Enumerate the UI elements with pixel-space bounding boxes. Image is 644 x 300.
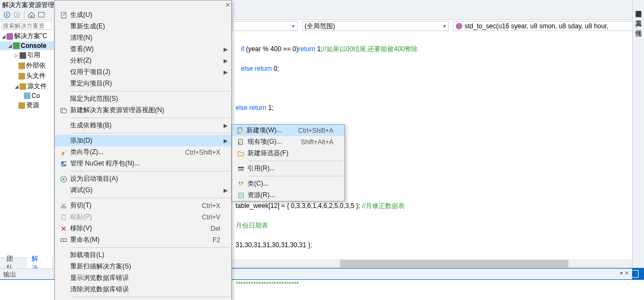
left-panel-tabs: 团队… 解决… xyxy=(0,258,54,268)
menu-label: 清除浏览数据库错误 xyxy=(70,285,220,294)
menu-item[interactable]: 新建解决方案资源管理器视图(N) xyxy=(55,105,231,116)
forward-icon[interactable] xyxy=(13,11,21,19)
filter-icon xyxy=(234,150,247,157)
home-icon[interactable] xyxy=(28,11,35,19)
menu-item[interactable]: 新建筛选器(F) xyxy=(232,148,344,159)
submenu-arrow-icon: ▶ xyxy=(224,58,228,64)
menu-label: 类(C)... xyxy=(247,179,333,188)
menu-label: 仅用于项目(J) xyxy=(70,68,220,77)
solution-explorer-title: 解决方案资源管理 xyxy=(2,1,54,10)
project-context-menu[interactable]: ✕ 生成(U)重新生成(E)清理(N)查看(W)▶分析(Z)▶仅用于项目(J)▶… xyxy=(54,0,232,300)
tree-item-sources[interactable]: ◢源文件 xyxy=(0,81,54,91)
submenu-arrow-icon: ▶ xyxy=(224,46,228,52)
menu-item[interactable]: 资源(R)... xyxy=(232,189,344,201)
menu-item[interactable]: 生成依赖项(B)▶ xyxy=(55,120,231,131)
paste-icon xyxy=(57,213,70,221)
horizontal-scrollbar[interactable] xyxy=(231,259,635,268)
menu-item[interactable]: 生成(U) xyxy=(55,9,231,21)
menu-shortcut: Ctrl+Shift+X xyxy=(185,149,220,156)
tree-item-external[interactable]: 外部依 xyxy=(0,60,54,71)
function-combo[interactable]: std_to_sec(u16 syear, u8 smon, u8 sday, … xyxy=(453,21,643,31)
menu-item[interactable]: 新建项(W)...Ctrl+Shift+A xyxy=(232,125,344,136)
back-icon[interactable] xyxy=(3,11,11,19)
tree-project-console[interactable]: ◢Console xyxy=(0,41,54,50)
menu-item[interactable]: 类向导(Z)...Ctrl+Shift+X xyxy=(55,146,231,158)
menu-label: 生成(U) xyxy=(70,10,220,20)
menu-label: 新建解决方案资源管理器视图(N) xyxy=(70,106,220,115)
class-icon xyxy=(234,180,247,188)
scope-combo-small[interactable]: ▾ xyxy=(232,21,298,31)
menu-item[interactable]: 仅用于项目(J)▶ xyxy=(55,66,231,78)
vtab-properties[interactable]: 属性 xyxy=(633,23,644,27)
svg-rect-22 xyxy=(238,169,244,170)
menu-shortcut: Ctrl+X xyxy=(202,202,220,210)
menu-item[interactable]: 查看(W)▶ xyxy=(55,44,231,55)
menu-item[interactable]: 剪切(T)Ctrl+X xyxy=(55,200,231,211)
menu-item[interactable]: 重定向项目(R) xyxy=(55,78,231,89)
tree-item-headers[interactable]: 头文件 xyxy=(0,71,54,81)
new-view-icon xyxy=(57,107,70,114)
svg-point-6 xyxy=(65,150,66,151)
tree-item-references[interactable]: ▷引用 xyxy=(0,50,54,60)
submenu-arrow-icon: ▶ xyxy=(224,69,228,75)
menu-item[interactable]: 限定为此范围(S) xyxy=(55,93,231,105)
menu-item[interactable]: 重新生成(E) xyxy=(55,21,231,32)
menu-item[interactable]: 重命名(M)F2 xyxy=(55,234,231,246)
search-solution-input[interactable] xyxy=(1,21,52,30)
tree-item-resources[interactable]: 资源 xyxy=(0,100,54,111)
menu-label: 限定为此范围(S) xyxy=(70,94,220,103)
context-menu-close-icon[interactable]: ✕ xyxy=(225,2,230,9)
svg-point-26 xyxy=(239,194,240,195)
menu-shortcut: Ctrl+V xyxy=(202,213,220,221)
vtab-server-explorer[interactable]: 服务器资源管理器 xyxy=(633,3,644,8)
submenu-arrow-icon: ▶ xyxy=(224,138,228,144)
solution-explorer-panel: ◢解决方案"C ◢Console ▷引用 外部依 头文件 ◢源文件 Co 资源 xyxy=(0,20,54,268)
menu-label: 生成依赖项(B) xyxy=(70,121,220,130)
menu-item[interactable]: 重新扫描解决方案(S) xyxy=(55,261,231,272)
startup-icon xyxy=(57,175,70,183)
menu-label: 重命名(M) xyxy=(70,235,196,244)
menu-item[interactable]: 移除(V)Del xyxy=(55,223,231,234)
ref-icon xyxy=(234,165,247,173)
menu-item[interactable]: 卸载项目(L) xyxy=(55,249,231,261)
menu-shortcut: F2 xyxy=(213,236,220,244)
menu-item[interactable]: 显示浏览数据库错误 xyxy=(55,272,231,284)
rename-icon xyxy=(57,236,70,244)
tree-solution-root[interactable]: ◢解决方案"C xyxy=(0,31,54,41)
menu-label: 设为启动项目(A) xyxy=(70,174,220,183)
menu-item[interactable]: 管理 NuGet 程序包(N)... xyxy=(55,158,231,169)
svg-point-23 xyxy=(239,181,241,183)
menu-item[interactable]: 清理(N) xyxy=(55,32,231,44)
menu-label: 剪切(T) xyxy=(70,201,185,210)
wizard-icon xyxy=(57,149,70,156)
menu-label: 显示浏览数据库错误 xyxy=(70,273,220,283)
menu-item[interactable]: 分析(Z)▶ xyxy=(55,55,231,66)
scope-combo[interactable]: (全局范围)▾ xyxy=(302,21,449,31)
solution-tree[interactable]: ◢解决方案"C ◢Console ▷引用 外部依 头文件 ◢源文件 Co 资源 xyxy=(0,31,54,111)
svg-rect-21 xyxy=(238,167,244,168)
menu-item[interactable]: 引用(R)... xyxy=(232,163,344,174)
menu-item[interactable]: 清除浏览数据库错误 xyxy=(55,284,231,295)
sync-icon[interactable] xyxy=(38,11,45,19)
svg-point-9 xyxy=(64,162,66,164)
menu-label: 重定向项目(R) xyxy=(70,79,220,88)
menu-item[interactable]: 现有项(G)...Shift+Alt+A xyxy=(232,136,344,148)
menu-item[interactable]: 调试(G)▶ xyxy=(55,185,231,196)
menu-label: 重新扫描解决方案(S) xyxy=(70,262,220,271)
add-submenu[interactable]: 新建项(W)...Ctrl+Shift+A现有项(G)...Shift+Alt+… xyxy=(232,124,345,201)
menu-label: 分析(Z) xyxy=(70,56,220,65)
svg-rect-13 xyxy=(62,215,66,219)
menu-item[interactable]: 类(C)... xyxy=(232,178,344,189)
submenu-arrow-icon: ▶ xyxy=(224,123,228,128)
menu-label: 移除(V) xyxy=(70,224,194,233)
svg-point-11 xyxy=(61,206,64,208)
menu-label: 清理(N) xyxy=(70,33,220,42)
tree-item-file[interactable]: Co xyxy=(0,91,54,100)
existing-icon xyxy=(234,138,247,146)
vtab-toolbox[interactable]: 工具箱 xyxy=(633,13,644,17)
menu-item[interactable]: 设为启动项目(A) xyxy=(55,173,231,185)
resource-icon xyxy=(234,192,247,199)
menu-item[interactable]: 粘贴(P)Ctrl+V xyxy=(55,211,231,223)
menu-item[interactable]: 添加(D)▶ xyxy=(55,135,231,146)
remove-icon xyxy=(57,225,70,232)
